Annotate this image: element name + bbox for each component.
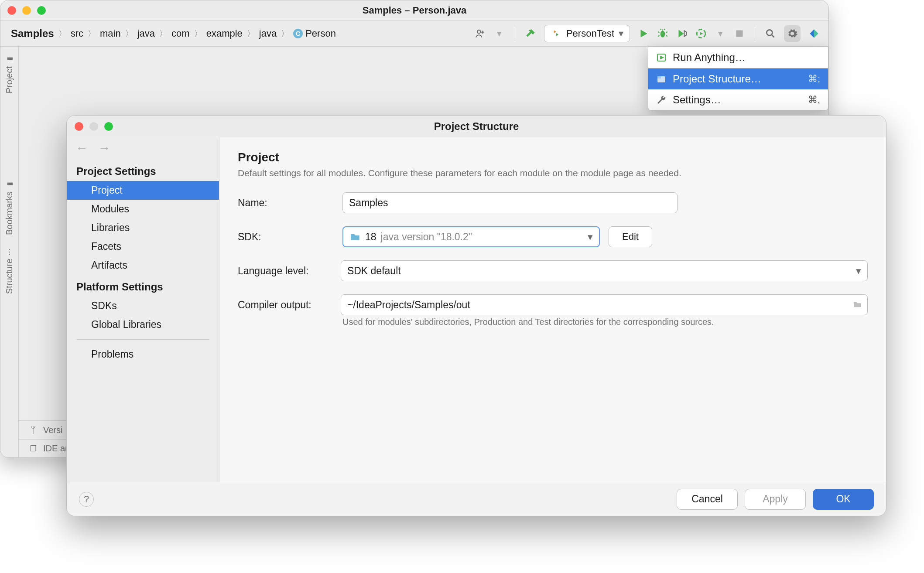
svg-marker-7 (700, 32, 703, 35)
help-button[interactable]: ? (79, 492, 94, 507)
menu-item-project-structure[interactable]: Project Structure… ⌘; (648, 68, 828, 89)
profile-button[interactable] (695, 28, 707, 39)
breadcrumb-item[interactable]: example (205, 27, 244, 40)
wrench-icon (656, 95, 667, 105)
menu-item-settings[interactable]: Settings… ⌘, (648, 89, 828, 110)
status-version-text: Versi (43, 425, 62, 435)
tool-window-bar-left: Project ▮ Bookmarks ▮ Structure ⋮ (0, 47, 19, 457)
tool-window-project[interactable]: Project ▮ (4, 52, 14, 96)
run-anything-icon (656, 52, 667, 63)
chevron-right-icon: 〉 (158, 28, 168, 39)
compiler-output-input[interactable]: ~/IdeaProjects/Samples/out (341, 294, 868, 315)
run-with-coverage-button[interactable] (676, 28, 688, 39)
menu-item-label: Run Anything… (673, 51, 746, 64)
language-level-select[interactable]: SDK default ▾ (341, 260, 868, 281)
ide-settings-button[interactable] (784, 25, 801, 42)
sdk-value: 18 (365, 231, 376, 243)
sidebar-item-sdks[interactable]: SDKs (67, 297, 219, 315)
sidebar-item-project[interactable]: Project (67, 181, 219, 200)
ok-button[interactable]: OK (813, 489, 874, 510)
ide-settings-dropdown: Run Anything… Project Structure… ⌘; Sett… (648, 47, 828, 111)
content-heading: Project (238, 150, 868, 164)
svg-marker-10 (814, 29, 818, 38)
svg-rect-15 (657, 76, 661, 78)
stop-button[interactable] (734, 28, 745, 39)
menu-item-run-anything[interactable]: Run Anything… (648, 47, 828, 68)
sidebar-item-global-libraries[interactable]: Global Libraries (67, 315, 219, 334)
svg-marker-2 (556, 33, 558, 36)
menu-item-label: Project Structure… (673, 73, 761, 85)
close-window-button[interactable] (7, 6, 16, 15)
tool-window-bookmarks[interactable]: Bookmarks ▮ (4, 177, 14, 238)
sidebar-section-title: Project Settings (67, 159, 219, 181)
gear-icon (787, 28, 798, 39)
tool-window-label: Bookmarks (4, 191, 14, 235)
run-config-icon (551, 28, 562, 39)
toolbox-icon[interactable] (808, 28, 820, 39)
compiler-output-value: ~/IdeaProjects/Samples/out (347, 299, 470, 311)
content-subtext: Default settings for all modules. Config… (238, 168, 868, 178)
apply-button[interactable]: Apply (745, 489, 806, 510)
breadcrumbs: Samples 〉 src 〉 main 〉 java 〉 com 〉 exam… (9, 27, 338, 41)
svg-point-4 (660, 31, 665, 37)
minimize-window-button[interactable] (22, 6, 31, 15)
bookmark-icon: ▮ (5, 180, 14, 188)
class-icon: C (293, 29, 303, 38)
titlebar: Samples – Person.java (0, 0, 828, 20)
folder-icon (349, 231, 361, 242)
search-icon[interactable] (765, 28, 776, 39)
code-with-me-icon[interactable] (475, 28, 486, 39)
breadcrumb-leaf[interactable]: C Person (291, 27, 338, 40)
breadcrumb-root[interactable]: Samples (9, 27, 56, 41)
tool-window-label: Project (4, 66, 14, 93)
sidebar-item-modules[interactable]: Modules (67, 200, 219, 218)
project-name-input[interactable]: Samples (342, 192, 678, 213)
svg-rect-8 (736, 30, 743, 37)
breadcrumb-item[interactable]: src (69, 27, 85, 40)
run-button[interactable] (638, 28, 649, 39)
zoom-window-button[interactable] (37, 6, 46, 15)
cancel-button[interactable]: Cancel (677, 489, 738, 510)
run-configuration-select[interactable]: PersonTest ▾ (544, 25, 630, 42)
chevron-right-icon: 〉 (280, 28, 290, 39)
status-ide-text: IDE ar (43, 443, 68, 454)
dialog-footer: ? Cancel Apply OK (67, 482, 886, 516)
tool-window-structure[interactable]: Structure ⋮ (4, 246, 14, 297)
breadcrumb-item[interactable]: com (170, 27, 192, 40)
breadcrumb-item[interactable]: java (136, 27, 157, 40)
compiler-output-hint: Used for modules' subdirectories, Produc… (342, 317, 868, 327)
menu-item-shortcut: ⌘; (808, 73, 820, 85)
breadcrumb-item[interactable]: main (98, 27, 123, 40)
dialog-title: Project Structure (67, 120, 886, 133)
sidebar-item-problems[interactable]: Problems (67, 345, 219, 364)
chevron-right-icon: 〉 (193, 28, 203, 39)
chevron-down-icon: ▾ (588, 231, 593, 243)
window-icon[interactable]: ❐ (27, 443, 39, 454)
window-title: Samples – Person.java (0, 5, 828, 16)
browse-folder-icon[interactable] (852, 299, 862, 311)
chevron-down-icon: ▾ (856, 265, 861, 277)
tool-window-label: Structure (4, 259, 14, 294)
sidebar-item-artifacts[interactable]: Artifacts (67, 256, 219, 275)
svg-marker-11 (810, 29, 814, 38)
breadcrumb-item[interactable]: java (257, 27, 278, 40)
navbar: Samples 〉 src 〉 main 〉 java 〉 com 〉 exam… (0, 20, 828, 47)
chevron-right-icon: 〉 (246, 28, 256, 39)
sidebar-section-title: Platform Settings (67, 275, 219, 297)
git-branch-icon[interactable]: ᛘ (27, 424, 39, 436)
debug-button[interactable] (657, 28, 668, 39)
name-label: Name: (238, 197, 334, 209)
sidebar-item-facets[interactable]: Facets (67, 237, 219, 256)
chevron-down-icon[interactable]: ▾ (494, 28, 505, 39)
sdk-select[interactable]: 18 java version "18.0.2" ▾ (342, 226, 600, 247)
sidebar-item-libraries[interactable]: Libraries (67, 218, 219, 237)
folder-icon: ▮ (5, 55, 14, 63)
sdk-edit-button[interactable]: Edit (609, 226, 652, 247)
nav-back-button[interactable]: ← (75, 141, 88, 155)
breadcrumb-leaf-label: Person (305, 28, 336, 39)
nav-forward-button[interactable]: → (98, 141, 110, 155)
build-hammer-icon[interactable] (525, 28, 536, 39)
chevron-right-icon: 〉 (87, 28, 96, 39)
chevron-down-icon[interactable]: ▾ (715, 28, 726, 39)
language-level-value: SDK default (347, 265, 401, 277)
